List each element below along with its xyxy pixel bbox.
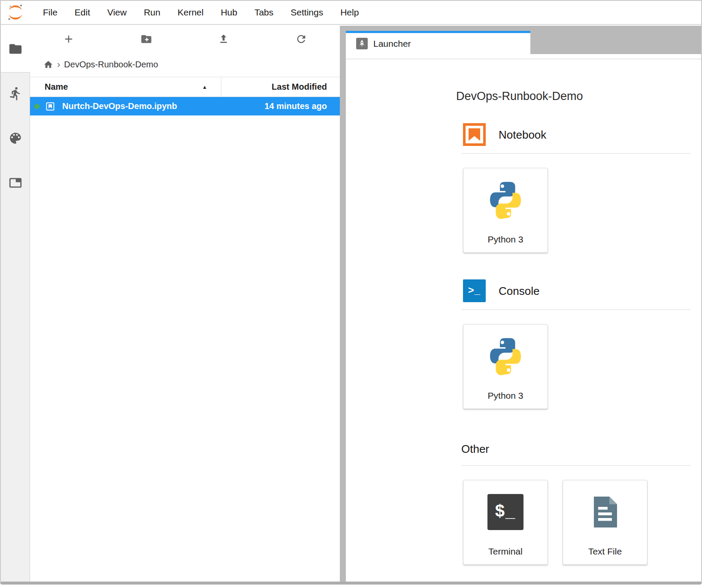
- notebook-file-icon: [45, 101, 55, 112]
- menu-item-file[interactable]: File: [34, 7, 66, 18]
- plus-icon: [63, 33, 75, 45]
- menu-item-edit[interactable]: Edit: [66, 7, 99, 18]
- jupyter-logo-icon: [6, 3, 25, 22]
- file-last-modified: 14 minutes ago: [264, 101, 340, 111]
- text-file-icon: [584, 491, 626, 533]
- panel-splitter[interactable]: [340, 26, 346, 582]
- sidebar-item-tabs[interactable]: [8, 176, 23, 192]
- file-list-header: Name ▲ Last Modified: [30, 77, 340, 97]
- notebook-cards: Python 3: [463, 168, 691, 253]
- launcher-card-text-file[interactable]: Text File: [563, 480, 648, 565]
- notebook-icon: [463, 123, 486, 146]
- menu-item-view[interactable]: View: [99, 7, 135, 18]
- section-label-console: Console: [499, 285, 539, 297]
- section-label-notebook: Notebook: [499, 128, 546, 141]
- file-row-selected[interactable]: Nurtch-DevOps-Demo.ipynb 14 minutes ago: [30, 97, 340, 115]
- sort-ascending-icon: ▲: [202, 84, 207, 90]
- home-icon[interactable]: [43, 60, 53, 70]
- launcher-cwd-title: DevOps-Runbook-Demo: [456, 89, 691, 103]
- folder-icon: [8, 42, 23, 56]
- section-divider: [461, 465, 691, 466]
- jupyterlab-window: File Edit View Run Kernel Hub Tabs Setti…: [0, 0, 702, 585]
- section-header-other: Other: [461, 443, 691, 455]
- menu-item-help[interactable]: Help: [332, 7, 367, 18]
- file-browser-toolbar: [30, 26, 340, 52]
- card-label: Terminal: [488, 546, 522, 557]
- column-header-last-modified[interactable]: Last Modified: [221, 82, 340, 92]
- launcher-rocket-icon: [356, 38, 368, 49]
- section-header-console: >_ Console: [463, 279, 691, 302]
- launcher-card-notebook-python3[interactable]: Python 3: [463, 168, 548, 253]
- launcher-panel: DevOps-Runbook-Demo Notebook: [346, 59, 701, 582]
- section-divider: [461, 153, 691, 154]
- launcher-card-terminal[interactable]: $_ Terminal: [463, 480, 548, 565]
- refresh-icon: [295, 33, 307, 45]
- python-logo-icon: [485, 336, 526, 377]
- dock-tab-bar: Launcher: [346, 26, 701, 54]
- menu-item-kernel[interactable]: Kernel: [169, 7, 212, 18]
- breadcrumb: › DevOps-Runbook-Demo: [30, 52, 340, 77]
- refresh-button[interactable]: [263, 33, 340, 45]
- python-logo-icon: [485, 179, 526, 221]
- workspace: › DevOps-Runbook-Demo Name ▲ Last Modifi…: [1, 26, 701, 582]
- tabs-icon: [8, 176, 23, 190]
- new-folder-button[interactable]: [108, 33, 185, 45]
- upload-icon: [218, 33, 230, 45]
- menu-item-settings[interactable]: Settings: [282, 7, 332, 18]
- menu-item-hub[interactable]: Hub: [212, 7, 246, 18]
- column-header-name[interactable]: Name ▲: [30, 77, 221, 97]
- running-man-icon: [8, 86, 23, 101]
- dock-top-border: [346, 54, 701, 59]
- menu-item-run[interactable]: Run: [135, 7, 169, 18]
- card-label: Python 3: [488, 234, 523, 245]
- sidebar-item-commands[interactable]: [8, 131, 23, 147]
- kernel-running-dot: [34, 104, 39, 109]
- breadcrumb-current-folder[interactable]: DevOps-Runbook-Demo: [64, 60, 158, 70]
- palette-icon: [8, 131, 23, 145]
- section-label-other: Other: [461, 443, 489, 455]
- other-cards: $_ Terminal: [463, 480, 691, 565]
- launcher-card-console-python3[interactable]: Python 3: [463, 324, 548, 409]
- card-label: Python 3: [488, 391, 523, 401]
- file-browser: › DevOps-Runbook-Demo Name ▲ Last Modifi…: [30, 26, 340, 582]
- tab-launcher[interactable]: Launcher: [346, 31, 530, 54]
- menu-bar: File Edit View Run Kernel Hub Tabs Setti…: [1, 1, 701, 25]
- menu-item-tabs[interactable]: Tabs: [246, 7, 282, 18]
- breadcrumb-separator: ›: [57, 61, 60, 69]
- card-label: Text File: [588, 546, 622, 557]
- sidebar-item-files[interactable]: [1, 26, 30, 72]
- new-launcher-button[interactable]: [30, 33, 108, 45]
- left-sidebar: [1, 26, 30, 582]
- main-dock: Launcher DevOps-Runbook-Demo Notebook: [346, 26, 701, 582]
- terminal-icon: $_: [485, 491, 526, 533]
- column-name-label: Name: [45, 82, 68, 92]
- section-header-notebook: Notebook: [463, 123, 691, 146]
- tab-launcher-label: Launcher: [373, 39, 411, 49]
- sidebar-rail: [1, 72, 30, 582]
- section-divider: [461, 309, 691, 310]
- file-name: Nurtch-DevOps-Demo.ipynb: [62, 101, 177, 111]
- sidebar-item-running[interactable]: [8, 86, 23, 103]
- new-folder-icon: [140, 33, 152, 45]
- console-cards: Python 3: [463, 324, 691, 409]
- upload-button[interactable]: [185, 33, 263, 45]
- menu-items: File Edit View Run Kernel Hub Tabs Setti…: [34, 7, 367, 18]
- console-icon: >_: [463, 279, 486, 302]
